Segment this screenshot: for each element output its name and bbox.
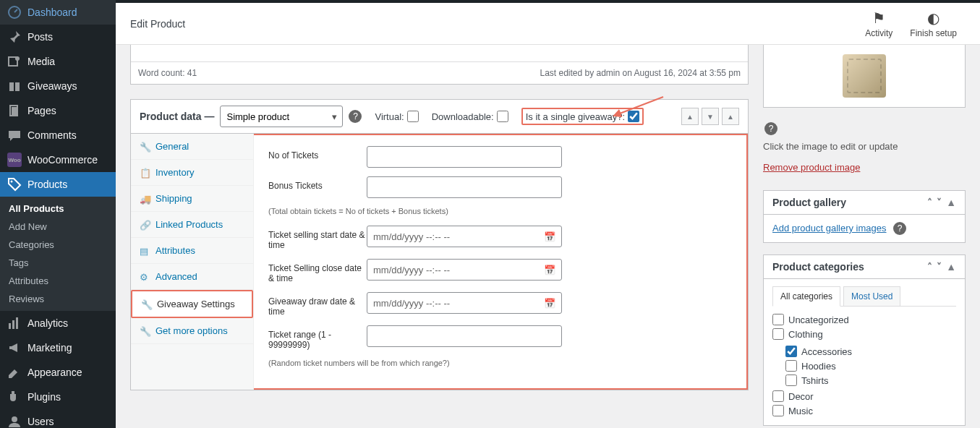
remove-image-link[interactable]: Remove product image	[763, 162, 860, 173]
virtual-checkbox[interactable]	[407, 111, 419, 122]
move-down-button[interactable]: ▼	[702, 108, 719, 125]
collapse-icon[interactable]: ▲	[946, 261, 956, 273]
chevron-up-icon[interactable]: ˄	[927, 197, 932, 208]
close-date-input[interactable]: mm/dd/yyyy --:-- --📅	[367, 259, 562, 281]
sidebar-item-label: Products	[27, 179, 67, 190]
progress-icon: ◐	[927, 9, 939, 27]
svg-rect-10	[12, 320, 14, 329]
sidebar-item-dashboard[interactable]: Dashboard	[0, 0, 116, 25]
sidebar-item-users[interactable]: Users	[0, 409, 116, 428]
tab-giveaway-settings[interactable]: 🔧Giveaway Settings	[131, 290, 253, 318]
svg-rect-9	[9, 323, 11, 329]
gift-icon	[7, 79, 22, 93]
sidebar-item-posts[interactable]: Posts	[0, 25, 116, 49]
sidebar-sub-categories[interactable]: Categories	[0, 236, 116, 254]
range-note: (Random ticket numbers will be from whic…	[268, 359, 732, 367]
last-edited: Last edited by admin on August 16, 2024 …	[540, 68, 741, 78]
sidebar-item-marketing[interactable]: Marketing	[0, 335, 116, 360]
tab-linked-products[interactable]: 🔗Linked Products	[131, 212, 253, 238]
finish-setup-button[interactable]: ◐ Finish setup	[901, 9, 966, 38]
admin-sidebar: Dashboard Posts Media Giveaways Pages Co…	[0, 0, 116, 428]
woo-icon: Woo	[7, 153, 22, 167]
downloadable-checkbox[interactable]	[497, 111, 508, 122]
sidebar-item-appearance[interactable]: Appearance	[0, 360, 116, 385]
downloadable-field: Downloadable:	[432, 111, 508, 122]
sidebar-sub-reviews[interactable]: Reviews	[0, 290, 116, 308]
draw-date-input[interactable]: mm/dd/yyyy --:-- --📅	[367, 292, 562, 314]
product-type-select[interactable]: Simple product	[220, 106, 343, 127]
cat-hoodies-checkbox[interactable]	[785, 360, 797, 372]
marketing-icon	[7, 341, 22, 355]
tab-shipping[interactable]: 🚚Shipping	[131, 186, 253, 212]
single-giveaway-checkbox[interactable]	[628, 111, 639, 122]
chevron-down-icon[interactable]: ˅	[937, 261, 942, 273]
sidebar-sub-all-products[interactable]: All Products	[0, 200, 116, 218]
product-gallery-box: Product gallery ˄˅▲ Add product gallery …	[763, 190, 966, 243]
sidebar-item-woocommerce[interactable]: Woo WooCommerce	[0, 147, 116, 172]
sidebar-item-label: Giveaways	[27, 80, 77, 92]
tab-attributes[interactable]: ▤Attributes	[131, 238, 253, 264]
move-up-button[interactable]: ▲	[681, 108, 699, 125]
virtual-field: Virtual:	[375, 111, 418, 122]
tab-general[interactable]: 🔧General	[131, 134, 253, 160]
activity-button[interactable]: ⚑ Activity	[856, 9, 901, 38]
sidebar-item-media[interactable]: Media	[0, 49, 116, 74]
sidebar-item-label: Appearance	[27, 367, 82, 378]
sidebar-item-plugins[interactable]: Plugins	[0, 385, 116, 409]
sidebar-item-giveaways[interactable]: Giveaways	[0, 74, 116, 98]
bonus-tickets-input[interactable]	[367, 176, 562, 198]
chevron-down-icon[interactable]: ˅	[937, 197, 942, 208]
sidebar-sub-tags[interactable]: Tags	[0, 254, 116, 272]
cat-accessories-checkbox[interactable]	[785, 346, 797, 357]
help-icon[interactable]: ?	[349, 110, 362, 123]
ticket-range-input[interactable]	[367, 325, 562, 347]
cat-decor-checkbox[interactable]	[772, 390, 784, 402]
tab-get-more-options[interactable]: 🔧Get more options	[131, 318, 253, 344]
start-date-label: Ticket selling start date & time	[268, 226, 367, 250]
users-icon	[7, 414, 22, 428]
cat-tab-all[interactable]: All categories	[772, 286, 840, 307]
main-content: Edit Product ⚑ Activity ◐ Finish setup W…	[116, 0, 980, 428]
sidebar-sub-add-new[interactable]: Add New	[0, 218, 116, 236]
help-icon[interactable]: ?	[893, 222, 906, 235]
pages-icon	[7, 103, 22, 118]
product-data-tabs: 🔧General 📋Inventory 🚚Shipping 🔗Linked Pr…	[131, 134, 254, 390]
sidebar-products-submenu: All Products Add New Categories Tags Att…	[0, 197, 116, 311]
editor-footer: Word count: 41 Last edited by admin on A…	[130, 45, 749, 85]
collapse-button[interactable]: ▲	[722, 108, 739, 125]
product-image-thumb[interactable]	[772, 52, 956, 100]
sidebar-item-label: Users	[27, 416, 54, 427]
collapse-icon[interactable]: ▲	[946, 197, 956, 208]
sidebar-item-products[interactable]: Products	[0, 172, 116, 197]
cat-music-checkbox[interactable]	[772, 405, 784, 416]
sidebar-sub-attributes[interactable]: Attributes	[0, 272, 116, 290]
wrench-icon: 🔧	[140, 326, 150, 336]
add-gallery-link[interactable]: Add product gallery images	[772, 223, 887, 234]
no-tickets-input[interactable]	[367, 146, 562, 168]
sidebar-item-analytics[interactable]: Analytics	[0, 311, 116, 335]
media-icon	[7, 54, 22, 69]
link-icon: 🔗	[140, 220, 150, 230]
tab-advanced[interactable]: ⚙Advanced	[131, 264, 253, 290]
help-icon[interactable]: ?	[764, 122, 777, 135]
sidebar-item-label: Pages	[27, 105, 56, 116]
cat-uncategorized-checkbox[interactable]	[772, 314, 784, 325]
sidebar-item-label: Plugins	[27, 391, 61, 403]
sidebar-item-comments[interactable]: Comments	[0, 123, 116, 147]
analytics-icon	[7, 316, 22, 330]
svg-rect-11	[16, 317, 18, 329]
calendar-icon: 📅	[544, 231, 555, 242]
sidebar-item-pages[interactable]: Pages	[0, 98, 116, 123]
product-image-placeholder	[843, 54, 886, 98]
start-date-input[interactable]: mm/dd/yyyy --:-- --📅	[367, 226, 562, 247]
cat-tshirts-checkbox[interactable]	[785, 374, 797, 386]
tab-inventory[interactable]: 📋Inventory	[131, 160, 253, 186]
product-data-panel: Product data — Simple product ? Virtual:	[130, 99, 749, 390]
category-list: Uncategorized Clothing Accessories Hoodi…	[772, 312, 956, 418]
cat-tab-most-used[interactable]: Most Used	[843, 286, 900, 306]
close-date-label: Ticket Selling close date & time	[268, 259, 367, 283]
product-data-title: Product data —	[140, 111, 214, 122]
cat-clothing-checkbox[interactable]	[772, 328, 784, 340]
chevron-up-icon[interactable]: ˄	[927, 261, 932, 273]
svg-rect-5	[14, 82, 15, 91]
